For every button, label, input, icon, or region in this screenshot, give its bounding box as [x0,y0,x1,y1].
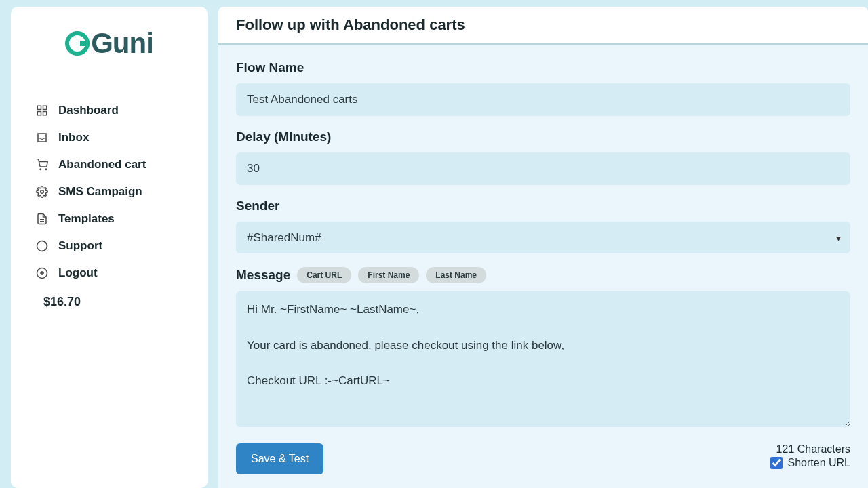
sidebar-item-support[interactable]: Support [23,232,195,260]
brand-logo: Guni [11,27,208,60]
chip-cart-url[interactable]: Cart URL [297,267,351,283]
sidebar-item-abandoned-cart[interactable]: Abandoned cart [23,151,195,178]
field-message: Message Cart URL First Name Last Name [236,267,850,430]
sender-select[interactable]: #SharedNum# [236,222,850,253]
svg-rect-2 [37,112,41,115]
chip-first-name[interactable]: First Name [358,267,419,283]
form-content: Flow Name Delay (Minutes) Sender #Shared… [218,45,868,488]
sidebar-item-label: Abandoned cart [58,158,146,171]
delay-label: Delay (Minutes) [236,129,850,144]
message-textarea[interactable] [236,291,850,427]
shorten-url-checkbox[interactable] [770,457,783,469]
page-title: Follow up with Abandoned carts [236,16,850,34]
shorten-url-label: Shorten URL [788,457,851,469]
delay-input[interactable] [236,152,850,185]
svg-point-4 [40,169,41,170]
logout-icon [35,266,49,280]
sidebar-item-logout[interactable]: Logout [23,260,195,287]
field-flow-name: Flow Name [236,60,850,116]
field-delay: Delay (Minutes) [236,129,850,185]
message-label: Message [236,268,290,283]
cart-icon [35,158,49,171]
message-meta: 121 Characters Shorten URL [770,443,851,469]
sidebar-item-dashboard[interactable]: Dashboard [23,97,195,124]
field-sender: Sender #SharedNum# [236,199,850,253]
brand-name: Guni [91,27,153,60]
brand-logo-icon [65,31,90,56]
svg-rect-3 [43,112,47,115]
sidebar-item-label: Inbox [58,131,89,144]
svg-point-6 [41,190,44,194]
sidebar-item-inbox[interactable]: Inbox [23,124,195,151]
flow-name-input[interactable] [236,83,850,116]
sidebar-item-label: Dashboard [58,104,119,117]
svg-rect-1 [43,106,47,109]
campaign-icon [35,185,49,199]
inbox-icon [35,131,49,144]
main-panel: Follow up with Abandoned carts Flow Name… [218,7,868,488]
account-balance: $16.70 [11,287,208,317]
form-footer: Save & Test 121 Characters Shorten URL [236,443,850,474]
sidebar-item-label: Logout [58,266,98,280]
page-header: Follow up with Abandoned carts [218,7,868,45]
templates-icon [35,212,49,226]
svg-rect-0 [37,106,41,109]
dashboard-icon [35,104,49,117]
svg-point-5 [45,169,47,170]
sidebar-item-label: Support [58,239,102,253]
sidebar-item-label: Templates [58,212,115,226]
flow-name-label: Flow Name [236,60,850,75]
sidebar-item-sms-campaign[interactable]: SMS Campaign [23,178,195,205]
sender-label: Sender [236,199,850,214]
save-test-button[interactable]: Save & Test [236,443,323,474]
chip-last-name[interactable]: Last Name [426,267,486,283]
sidebar-item-label: SMS Campaign [58,185,142,199]
sidebar-nav: Dashboard Inbox Abandoned cart SMS Campa… [11,97,208,287]
support-icon [35,239,49,253]
char-count: 121 Characters [770,443,851,455]
sidebar-item-templates[interactable]: Templates [23,205,195,232]
sidebar: Guni Dashboard Inbox Abandoned cart SMS … [11,7,208,488]
shorten-url-toggle[interactable]: Shorten URL [770,457,851,469]
